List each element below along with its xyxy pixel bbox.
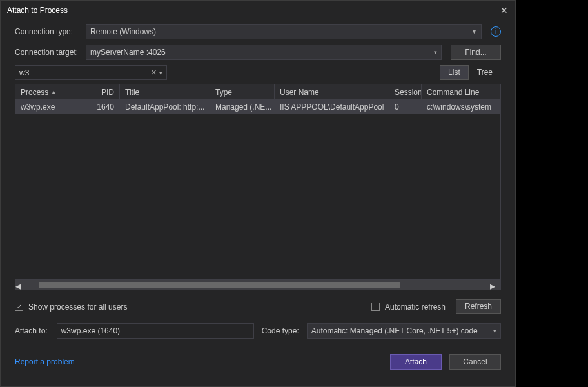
scroll-thumb[interactable]: [39, 282, 400, 288]
scroll-right-icon[interactable]: ▸: [490, 280, 500, 290]
column-pid[interactable]: PID: [86, 84, 120, 99]
automatic-refresh-checkbox[interactable]: [371, 303, 380, 311]
find-button[interactable]: Find...: [451, 45, 501, 60]
connection-target-label: Connection target:: [15, 48, 86, 57]
column-cmd[interactable]: Command Line: [422, 84, 500, 99]
cell-process: w3wp.exe: [15, 100, 86, 114]
chevron-down-icon: ▾: [434, 49, 437, 55]
filter-input[interactable]: w3 ✕ ▾: [15, 65, 167, 80]
column-type[interactable]: Type: [210, 84, 275, 99]
code-type-value: Automatic: Managed (.NET Core, .NET 5+) …: [311, 326, 478, 335]
connection-type-value: Remote (Windows): [90, 27, 156, 36]
attach-to-process-dialog: Attach to Process ✕ Connection type: Rem…: [0, 0, 516, 387]
cancel-button[interactable]: Cancel: [449, 354, 501, 370]
report-problem-link[interactable]: Report a problem: [15, 357, 75, 366]
close-icon[interactable]: ✕: [500, 5, 509, 15]
attach-to-label: Attach to:: [15, 326, 48, 335]
cell-user: IIS APPPOOL\DefaultAppPool: [275, 100, 389, 114]
show-all-users-checkbox[interactable]: [15, 303, 23, 311]
cell-type: Managed (.NE...: [210, 100, 275, 114]
scroll-left-icon[interactable]: ◂: [15, 280, 26, 290]
connection-target-combo[interactable]: myServerName :4026 ▾: [86, 45, 442, 60]
title-bar: Attach to Process ✕: [1, 1, 515, 20]
dialog-title: Attach to Process: [7, 6, 68, 15]
chevron-down-icon: ▼: [471, 28, 477, 35]
info-icon[interactable]: i: [491, 26, 501, 37]
clear-icon[interactable]: ✕: [151, 68, 157, 77]
code-type-combo[interactable]: Automatic: Managed (.NET Core, .NET 5+) …: [307, 323, 501, 339]
column-session[interactable]: Session: [389, 84, 422, 99]
filter-value: w3: [19, 68, 29, 77]
column-title[interactable]: Title: [120, 84, 210, 99]
chevron-down-icon: ▾: [493, 328, 496, 334]
tree-toggle[interactable]: Tree: [469, 65, 501, 80]
cell-session: 0: [389, 100, 422, 114]
connection-target-value: myServerName :4026: [90, 48, 166, 57]
show-all-users-label: Show processes for all users: [28, 303, 127, 312]
attach-to-input[interactable]: w3wp.exe (1640): [57, 323, 254, 339]
connection-type-combo[interactable]: Remote (Windows) ▼: [86, 24, 482, 39]
horizontal-scrollbar[interactable]: ◂ ▸: [15, 279, 500, 290]
connection-type-label: Connection type:: [15, 27, 86, 36]
code-type-label: Code type:: [262, 326, 299, 335]
column-process[interactable]: Process ▲: [15, 84, 86, 99]
cell-pid: 1640: [86, 100, 120, 114]
cell-cmd: c:\windows\system: [422, 100, 500, 114]
grid-header: Process ▲ PID Title Type User Name Sessi…: [15, 84, 500, 100]
automatic-refresh-label: Automatic refresh: [385, 303, 446, 312]
attach-to-value: w3wp.exe (1640): [61, 326, 120, 335]
chevron-down-icon[interactable]: ▾: [159, 70, 162, 76]
sort-asc-icon: ▲: [51, 89, 56, 95]
process-grid: Process ▲ PID Title Type User Name Sessi…: [15, 84, 501, 290]
refresh-button[interactable]: Refresh: [456, 299, 501, 314]
column-user[interactable]: User Name: [275, 84, 389, 99]
list-toggle[interactable]: List: [440, 65, 469, 80]
cell-title: DefaultAppPool: http:...: [120, 100, 210, 114]
attach-button[interactable]: Attach: [390, 354, 442, 370]
table-row[interactable]: w3wp.exe 1640 DefaultAppPool: http:... M…: [15, 100, 500, 114]
